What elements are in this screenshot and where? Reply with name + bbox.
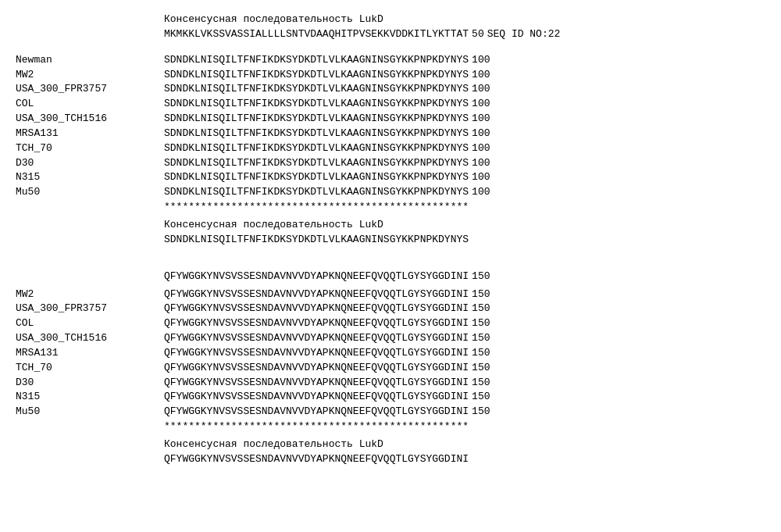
seq-name-b2-tch70: TCH_70 xyxy=(16,361,164,376)
stars-row-2: ****************************************… xyxy=(16,420,765,434)
spacer2 xyxy=(16,254,765,262)
seq-name-b2-usa300tch: USA_300_TCH1516 xyxy=(16,331,164,346)
table-row: N315 SDNDKLNISQILTFNFIKDKSYDKDTLVLKAAGNI… xyxy=(16,170,765,185)
seq-num-mw2: 100 xyxy=(472,68,490,83)
block2-section: QFYWGGKYNVSVSSESNDAVNVVDYAPKNQNEEFQVQQTL… xyxy=(16,270,765,467)
seq-name-newman: Newman xyxy=(16,53,164,68)
seq-name-b2-mw2: MW2 xyxy=(16,287,164,302)
seq-data-b2-n315: QFYWGGKYNVSVSSESNDAVNVVDYAPKNQNEEFQVQQTL… xyxy=(164,390,469,405)
seq-data-b2-tch70: QFYWGGKYNVSVSSESNDAVNVVDYAPKNQNEEFQVQQTL… xyxy=(164,361,469,376)
table-row: Mu50 QFYWGGKYNVSVSSESNDAVNVVDYAPKNQNEEFQ… xyxy=(16,405,765,420)
table-row: USA_300_TCH1516 SDNDKLNISQILTFNFIKDKSYDK… xyxy=(16,112,765,127)
seq-data-newman-b2: QFYWGGKYNVSVSSESNDAVNVVDYAPKNQNEEFQVQQTL… xyxy=(164,270,469,284)
seq-num-n315: 100 xyxy=(472,170,490,185)
consensus2-label-row: Консенсусная последовательность LukD xyxy=(16,218,765,233)
table-row: USA_300_FPR3757 QFYWGGKYNVSVSSESNDAVNVVD… xyxy=(16,302,765,316)
table-row: D30 SDNDKLNISQILTFNFIKDKSYDKDTLVLKAAGNIN… xyxy=(16,156,765,171)
table-row: MRSA131 QFYWGGKYNVSVSSESNDAVNVVDYAPKNQNE… xyxy=(16,346,765,361)
table-row: TCH_70 SDNDKLNISQILTFNFIKDKSYDKDTLVLKAAG… xyxy=(16,141,765,156)
seq-data-col: SDNDKLNISQILTFNFIKDKSYDKDTLVLKAAGNINSGYK… xyxy=(164,97,469,112)
table-row: TCH_70 QFYWGGKYNVSVSSESNDAVNVVDYAPKNQNEE… xyxy=(16,361,765,376)
seq-data-b2-mu50: QFYWGGKYNVSVSSESNDAVNVVDYAPKNQNEEFQVQQTL… xyxy=(164,405,469,420)
seq-num-b2-mw2: 150 xyxy=(472,287,490,302)
seq-num-b2-usa300fpr: 150 xyxy=(472,302,490,316)
seq-num-b2-tch70: 150 xyxy=(472,361,490,376)
seq-name-b2-mrsa131: MRSA131 xyxy=(16,346,164,361)
seq-data-b2-col: QFYWGGKYNVSVSSESNDAVNVVDYAPKNQNEEFQVQQTL… xyxy=(164,316,469,331)
seq-num-col: 100 xyxy=(472,97,490,112)
table-row: QFYWGGKYNVSVSSESNDAVNVVDYAPKNQNEEFQVQQTL… xyxy=(16,270,765,284)
seq-num-b2-d30: 150 xyxy=(472,376,490,391)
seq-num-tch70: 100 xyxy=(472,141,490,156)
table-row: D30 QFYWGGKYNVSVSSESNDAVNVVDYAPKNQNEEFQV… xyxy=(16,376,765,391)
seq-data-mrsa131: SDNDKLNISQILTFNFIKDKSYDKDTLVLKAAGNINSGYK… xyxy=(164,127,469,141)
seq-name-n315: N315 xyxy=(16,170,164,185)
consensus-b2-seq-row: QFYWGGKYNVSVSSESNDAVNVVDYAPKNQNEEFQVQQTL… xyxy=(16,452,765,467)
consensus1-num: 50 xyxy=(472,27,484,42)
consensus1-label-row: Консенсусная последовательность LukD xyxy=(16,12,765,27)
seq-name-mw2: MW2 xyxy=(16,68,164,83)
spacer1 xyxy=(16,42,765,50)
consensus-b2-seq: QFYWGGKYNVSVSSESNDAVNVVDYAPKNQNEEFQVQQTL… xyxy=(164,452,469,467)
consensus1-id: SEQ ID NO:22 xyxy=(487,27,561,42)
seq-num-d30: 100 xyxy=(472,156,490,171)
seq-num-usa300tch: 100 xyxy=(472,112,490,127)
seq-num-b2-mu50: 150 xyxy=(472,405,490,420)
seq-name-b2-d30: D30 xyxy=(16,376,164,391)
consensus-b2-label: Консенсусная последовательность LukD xyxy=(164,437,383,452)
seq-name-mu50: Mu50 xyxy=(16,185,164,200)
seq-num-mrsa131: 100 xyxy=(472,127,490,141)
block1-alignment: Newman SDNDKLNISQILTFNFIKDKSYDKDTLVLKAAG… xyxy=(16,53,765,215)
table-row: COL QFYWGGKYNVSVSSESNDAVNVVDYAPKNQNEEFQV… xyxy=(16,316,765,331)
table-row: USA_300_TCH1516 QFYWGGKYNVSVSSESNDAVNVVD… xyxy=(16,331,765,346)
consensus2-label: Консенсусная последовательность LukD xyxy=(164,218,383,233)
stars-indent-1 xyxy=(16,200,164,215)
consensus2-seq: SDNDKLNISQILTFNFIKDKSYDKDTLVLKAAGNINSGYK… xyxy=(164,233,469,248)
seq-data-d30: SDNDKLNISQILTFNFIKDKSYDKDTLVLKAAGNINSGYK… xyxy=(164,156,469,171)
block1-section: Консенсусная последовательность LukD MKM… xyxy=(16,12,765,248)
seq-data-mw2: SDNDKLNISQILTFNFIKDKSYDKDTLVLKAAGNINSGYK… xyxy=(164,68,469,83)
seq-num-mu50: 100 xyxy=(472,185,490,200)
seq-name-usa300fpr: USA_300_FPR3757 xyxy=(16,82,164,97)
seq-name-mrsa131: MRSA131 xyxy=(16,127,164,141)
seq-name-usa300tch: USA_300_TCH1516 xyxy=(16,112,164,127)
stars-data-1: ****************************************… xyxy=(164,200,469,215)
consensus1-seq: MKMKKLVKSSVASSIALLLLSNTVDAAQHITPVSEKKVDD… xyxy=(164,27,469,42)
seq-data-newman: SDNDKLNISQILTFNFIKDKSYDKDTLVLKAAGNINSGYK… xyxy=(164,53,469,68)
consensus1-seq-row: MKMKKLVKSSVASSIALLLLSNTVDAAQHITPVSEKKVDD… xyxy=(16,27,765,42)
seq-num-newman: 100 xyxy=(472,53,490,68)
seq-data-usa300fpr: SDNDKLNISQILTFNFIKDKSYDKDTLVLKAAGNINSGYK… xyxy=(164,82,469,97)
seq-num-b2-col: 150 xyxy=(472,316,490,331)
seq-name-b2-n315: N315 xyxy=(16,390,164,405)
spacer3 xyxy=(16,262,765,270)
stars-row-1: ****************************************… xyxy=(16,200,765,215)
seq-name-col: COL xyxy=(16,97,164,112)
seq-num-b2-usa300tch: 150 xyxy=(472,331,490,346)
table-row: USA_300_FPR3757 SDNDKLNISQILTFNFIKDKSYDK… xyxy=(16,82,765,97)
seq-data-b2-usa300fpr: QFYWGGKYNVSVSSESNDAVNVVDYAPKNQNEEFQVQQTL… xyxy=(164,302,469,316)
table-row: COL SDNDKLNISQILTFNFIKDKSYDKDTLVLKAAGNIN… xyxy=(16,97,765,112)
table-row: Newman SDNDKLNISQILTFNFIKDKSYDKDTLVLKAAG… xyxy=(16,53,765,68)
consensus2-seq-row: SDNDKLNISQILTFNFIKDKSYDKDTLVLKAAGNINSGYK… xyxy=(16,233,765,248)
seq-name-b2-col: COL xyxy=(16,316,164,331)
seq-data-b2-mrsa131: QFYWGGKYNVSVSSESNDAVNVVDYAPKNQNEEFQVQQTL… xyxy=(164,346,469,361)
table-row: MW2 SDNDKLNISQILTFNFIKDKSYDKDTLVLKAAGNIN… xyxy=(16,68,765,83)
seq-num-b2-n315: 150 xyxy=(472,390,490,405)
stars-indent-2 xyxy=(16,420,164,434)
block2-alignment: MW2 QFYWGGKYNVSVSSESNDAVNVVDYAPKNQNEEFQV… xyxy=(16,287,765,434)
consensus-b2-label-row: Консенсусная последовательность LukD xyxy=(16,437,765,452)
seq-name-d30: D30 xyxy=(16,156,164,171)
table-row: MRSA131 SDNDKLNISQILTFNFIKDKSYDKDTLVLKAA… xyxy=(16,127,765,141)
seq-num-newman-b2: 150 xyxy=(472,270,490,284)
stars-data-2: ****************************************… xyxy=(164,420,469,434)
seq-data-b2-mw2: QFYWGGKYNVSVSSESNDAVNVVDYAPKNQNEEFQVQQTL… xyxy=(164,287,469,302)
seq-data-n315: SDNDKLNISQILTFNFIKDKSYDKDTLVLKAAGNINSGYK… xyxy=(164,170,469,185)
seq-data-tch70: SDNDKLNISQILTFNFIKDKSYDKDTLVLKAAGNINSGYK… xyxy=(164,141,469,156)
seq-num-b2-mrsa131: 150 xyxy=(472,346,490,361)
table-row: N315 QFYWGGKYNVSVSSESNDAVNVVDYAPKNQNEEFQ… xyxy=(16,390,765,405)
table-row: Mu50 SDNDKLNISQILTFNFIKDKSYDKDTLVLKAAGNI… xyxy=(16,185,765,200)
seq-data-b2-usa300tch: QFYWGGKYNVSVSSESNDAVNVVDYAPKNQNEEFQVQQTL… xyxy=(164,331,469,346)
seq-num-usa300fpr: 100 xyxy=(472,82,490,97)
seq-data-mu50: SDNDKLNISQILTFNFIKDKSYDKDTLVLKAAGNINSGYK… xyxy=(164,185,469,200)
seq-data-usa300tch: SDNDKLNISQILTFNFIKDKSYDKDTLVLKAAGNINSGYK… xyxy=(164,112,469,127)
